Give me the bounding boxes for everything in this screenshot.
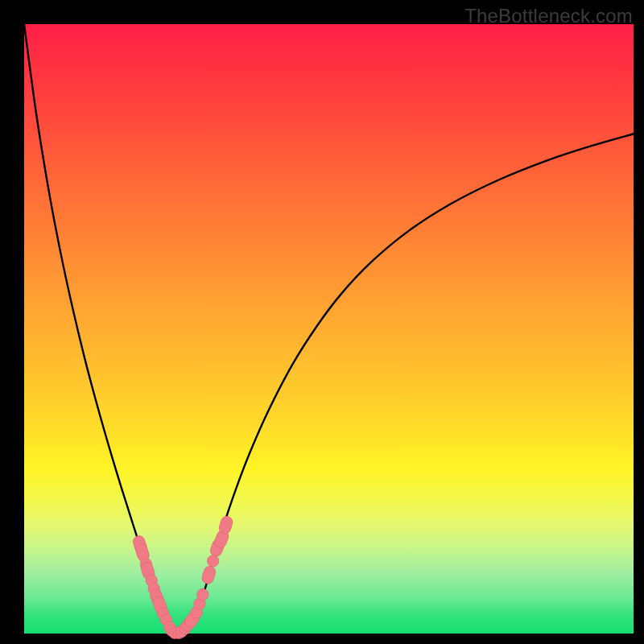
curve-left-curve bbox=[24, 24, 176, 634]
marker-group bbox=[132, 515, 234, 639]
curve-right-curve bbox=[176, 134, 634, 634]
marker-dot bbox=[207, 555, 218, 567]
curve-group bbox=[24, 24, 634, 634]
chart-frame: TheBottleneck.com bbox=[0, 0, 644, 644]
chart-svg bbox=[24, 24, 634, 634]
marker-pill bbox=[200, 565, 217, 585]
marker-dot bbox=[197, 588, 208, 600]
plot-area bbox=[24, 24, 634, 634]
